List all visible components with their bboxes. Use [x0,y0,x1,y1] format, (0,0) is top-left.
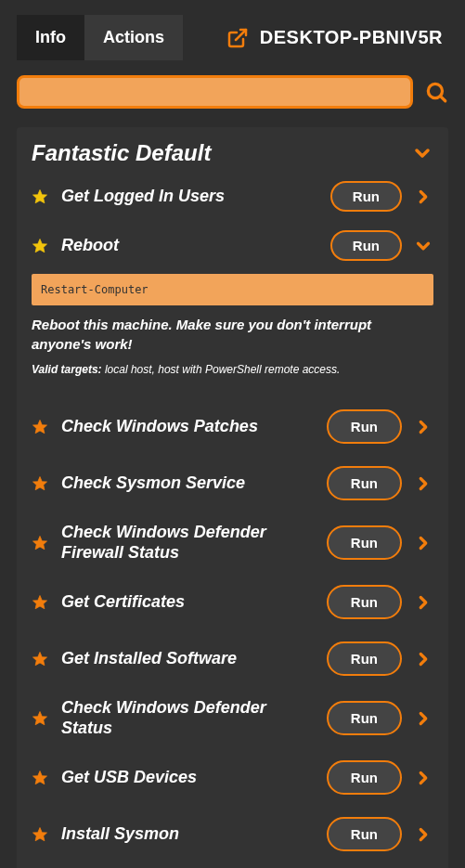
action-label: Check Windows Defender Status [61,698,316,738]
svg-marker-12 [33,827,47,840]
action-row: Get Last Boot Time Run [32,862,433,868]
action-label: Install Sysmon [61,824,316,845]
svg-marker-8 [33,595,47,608]
run-button[interactable]: Run [327,466,402,500]
section-title: Fantastic Default [32,140,211,166]
run-button[interactable]: Run [327,760,402,795]
run-button[interactable]: Run [327,525,402,560]
star-icon[interactable] [32,770,50,786]
run-button[interactable]: Run [327,641,402,676]
action-label: Check Sysmon Service [61,473,316,494]
command-code: Restart-Computer [32,274,433,305]
action-row: Install Sysmon Run [32,806,433,862]
expand-icon[interactable] [413,473,433,494]
svg-marker-6 [33,476,47,489]
star-icon[interactable] [32,651,50,667]
action-label: Check Windows Defender Firewall Status [61,523,316,563]
topbar: Info Actions DESKTOP-PBNIV5R [0,0,465,60]
section-collapse-icon[interactable] [411,142,433,164]
expand-icon[interactable] [413,649,433,669]
action-row: Get Certificates Run [32,574,433,630]
star-icon[interactable] [32,535,50,551]
hostname-label: DESKTOP-PBNIV5R [260,27,448,48]
run-button[interactable]: Run [327,409,402,444]
action-row: Check Windows Patches Run [32,398,433,455]
svg-marker-7 [33,536,47,549]
svg-marker-3 [33,189,47,202]
star-icon[interactable] [32,419,50,435]
action-row: Reboot Run [32,221,433,270]
action-row: Check Sysmon Service Run [32,455,433,512]
run-button[interactable]: Run [330,181,402,212]
action-label: Check Windows Patches [61,417,316,437]
run-button[interactable]: Run [330,230,402,261]
expand-icon[interactable] [413,708,433,729]
action-label: Reboot [61,236,319,256]
svg-marker-9 [33,652,47,665]
action-row: Get USB Devices Run [32,749,433,806]
expand-icon[interactable] [413,592,433,613]
actions-group: Check Windows Patches Run Check Sysmon S… [32,398,433,868]
action-label: Get Certificates [61,592,316,613]
star-icon[interactable] [32,188,50,205]
svg-marker-11 [33,771,47,784]
valid-targets-label: Valid targets: [32,363,102,376]
action-label: Get Logged In Users [61,187,319,207]
star-icon[interactable] [32,710,50,727]
action-description: Reboot this machine. Make sure you don't… [32,315,433,354]
svg-marker-4 [33,239,47,252]
expand-icon[interactable] [413,824,433,845]
star-icon[interactable] [32,238,50,254]
action-row: Check Windows Defender Firewall Status R… [32,512,433,574]
star-icon[interactable] [32,826,50,843]
action-label: Get Installed Software [61,649,316,669]
search-row [0,60,465,116]
svg-marker-5 [33,420,47,433]
action-row: Check Windows Defender Status Run [32,687,433,749]
action-row: Get Logged In Users Run [32,172,433,221]
tabs: Info Actions [17,15,183,60]
action-row: Get Installed Software Run [32,630,433,687]
expand-icon[interactable] [413,768,433,788]
search-input[interactable] [17,75,413,109]
expand-icon[interactable] [413,533,433,553]
run-button[interactable]: Run [327,585,402,619]
tab-info[interactable]: Info [17,15,84,60]
run-button[interactable]: Run [327,701,402,735]
expand-icon[interactable] [413,417,433,437]
svg-line-0 [236,30,246,40]
star-icon[interactable] [32,594,50,611]
search-icon[interactable] [424,80,448,104]
tab-actions[interactable]: Actions [84,15,183,60]
valid-targets: Valid targets: local host, host with Pow… [32,363,433,376]
expand-icon[interactable] [413,187,433,207]
svg-line-2 [441,97,446,101]
action-label: Get USB Devices [61,768,316,788]
collapse-icon[interactable] [413,236,433,256]
external-link-icon[interactable] [215,27,260,49]
actions-panel: Fantastic Default Get Logged In Users Ru… [17,127,448,868]
run-button[interactable]: Run [327,817,402,851]
star-icon[interactable] [32,475,50,492]
section-header: Fantastic Default [32,140,433,172]
svg-marker-10 [33,711,47,724]
valid-targets-value: local host, host with PowerShell remote … [102,363,341,376]
